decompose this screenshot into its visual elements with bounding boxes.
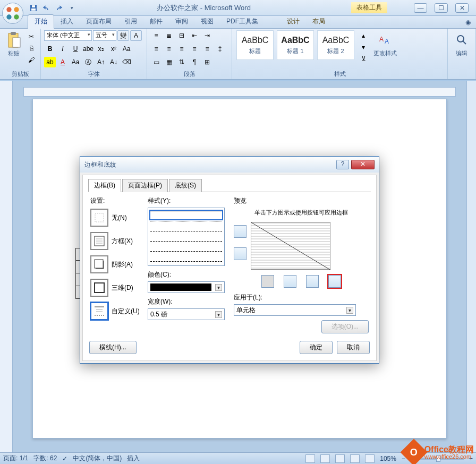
view-print-layout-icon[interactable] <box>305 454 315 463</box>
styles-up-icon[interactable]: ▴ <box>358 30 369 41</box>
tab-shading[interactable]: 底纹(S) <box>169 179 202 192</box>
superscript-icon[interactable]: x² <box>108 44 120 54</box>
width-combo[interactable]: 0.5 磅 <box>148 308 225 320</box>
font-name-select[interactable]: 宋体 (中文正 <box>44 30 92 41</box>
strike-icon[interactable]: abe <box>82 44 94 54</box>
shading-icon[interactable]: ▭ <box>150 57 162 67</box>
phonetic-icon[interactable]: 變 <box>117 30 129 41</box>
tab-home[interactable]: 开始 <box>28 14 54 29</box>
styles-expand-icon[interactable]: ⊻ <box>358 54 369 64</box>
view-outline-icon[interactable] <box>350 454 360 463</box>
dialog-help-button[interactable]: ? <box>336 160 349 169</box>
view-draft-icon[interactable] <box>365 454 375 463</box>
color-combo[interactable] <box>148 281 225 293</box>
align-center-icon[interactable]: ≡ <box>163 44 175 54</box>
style-heading2[interactable]: AaBbC 标题 2 <box>317 30 354 60</box>
close-button[interactable]: ✕ <box>455 3 469 13</box>
font-color-icon[interactable]: A <box>57 57 69 67</box>
tab-insert[interactable]: 插入 <box>54 15 80 28</box>
dialog-title-bar[interactable]: 边框和底纹 ? ✕ <box>80 157 379 173</box>
maximize-button[interactable]: ☐ <box>435 3 448 13</box>
status-language[interactable]: 中文(简体，中国) <box>73 454 122 463</box>
copy-icon[interactable]: ⎘ <box>26 43 37 54</box>
horizontal-line-button[interactable]: 横线(H)... <box>89 341 137 354</box>
undo-icon[interactable] <box>40 2 52 14</box>
setting-custom[interactable]: 自定义(U) <box>90 302 141 320</box>
justify-icon[interactable]: ≡ <box>189 44 200 54</box>
highlight-icon[interactable]: ab <box>44 57 56 67</box>
dec-indent-icon[interactable]: ⇤ <box>189 30 200 41</box>
format-painter-icon[interactable]: 🖌 <box>26 55 37 65</box>
change-case-icon[interactable]: Aa <box>121 44 132 54</box>
enclose-icon[interactable]: Ⓐ <box>82 57 94 67</box>
inc-indent-icon[interactable]: ⇥ <box>201 30 213 41</box>
status-words[interactable]: 字数: 62 <box>33 454 57 463</box>
border-left-button[interactable] <box>284 275 296 288</box>
vertical-scrollbar[interactable] <box>466 81 476 452</box>
font-size-select[interactable]: 五号 <box>93 30 116 41</box>
ok-button[interactable]: 确定 <box>300 341 333 354</box>
line-style-solid[interactable] <box>150 211 222 219</box>
setting-none[interactable]: 无(N) <box>90 209 141 227</box>
horizontal-ruler[interactable] <box>23 87 456 97</box>
view-web-icon[interactable] <box>335 454 345 463</box>
preview-box[interactable] <box>251 222 330 270</box>
tab-references[interactable]: 引用 <box>118 15 143 28</box>
cancel-button[interactable]: 取消 <box>337 341 370 354</box>
view-full-screen-icon[interactable] <box>320 454 330 463</box>
dialog-close-button[interactable]: ✕ <box>351 160 375 169</box>
sort-icon[interactable]: ⇅ <box>176 57 188 67</box>
border-diag-down-button[interactable] <box>261 275 274 288</box>
tab-view[interactable]: 视图 <box>194 15 220 28</box>
setting-shadow[interactable]: 阴影(A) <box>90 255 141 273</box>
char-border-icon[interactable]: A <box>130 30 142 41</box>
snap-icon[interactable]: ⊞ <box>201 57 213 67</box>
setting-box[interactable]: 方框(X) <box>90 232 141 250</box>
redo-icon[interactable] <box>53 2 65 14</box>
subscript-icon[interactable]: x₂ <box>95 44 107 54</box>
spell-check-icon[interactable]: ✓ <box>62 455 67 462</box>
tab-table-layout[interactable]: 布局 <box>306 15 332 28</box>
clear-format-icon[interactable]: ⌫ <box>121 57 132 67</box>
office-button[interactable] <box>2 3 23 24</box>
line-style-dotted[interactable] <box>150 221 222 229</box>
line-style-dash2[interactable] <box>150 241 222 250</box>
multilevel-icon[interactable]: ⊟ <box>176 30 188 41</box>
line-style-list[interactable] <box>148 208 225 266</box>
grow-font-icon[interactable]: A↑ <box>95 57 107 67</box>
change-styles-button[interactable]: AA 更改样式 <box>371 30 399 58</box>
paste-button[interactable]: 粘贴 <box>3 30 24 58</box>
tab-pdf[interactable]: PDF工具集 <box>220 15 265 28</box>
line-spacing-icon[interactable]: ‡ <box>214 44 226 54</box>
borders-icon[interactable]: ▦ <box>163 57 175 67</box>
align-right-icon[interactable]: ≡ <box>176 44 188 54</box>
tab-page-layout[interactable]: 页面布局 <box>80 15 118 28</box>
zoom-level[interactable]: 105% <box>380 455 396 462</box>
save-icon[interactable] <box>28 2 39 14</box>
shrink-font-icon[interactable]: A↓ <box>108 57 120 67</box>
border-top-button[interactable] <box>234 225 246 238</box>
setting-3d[interactable]: 三维(D) <box>90 279 141 297</box>
bullets-icon[interactable]: ≡ <box>150 30 162 41</box>
numbering-icon[interactable]: ≣ <box>163 30 175 41</box>
qat-customize-icon[interactable]: ▾ <box>66 2 78 14</box>
status-page[interactable]: 页面: 1/1 <box>3 454 28 463</box>
align-left-icon[interactable]: ≡ <box>150 44 162 54</box>
line-style-dash4[interactable] <box>150 261 222 266</box>
help-icon[interactable]: ◉ <box>460 16 476 28</box>
tab-page-border[interactable]: 页面边框(P) <box>122 179 168 192</box>
tab-mailings[interactable]: 邮件 <box>143 15 169 28</box>
minimize-button[interactable]: — <box>414 3 427 13</box>
border-bottom-button[interactable] <box>234 247 246 260</box>
cut-icon[interactable]: ✂ <box>26 31 37 42</box>
tab-table-design[interactable]: 设计 <box>280 15 306 28</box>
line-style-dash3[interactable] <box>150 251 222 260</box>
border-right-button[interactable] <box>306 275 319 288</box>
status-insert-mode[interactable]: 插入 <box>127 454 140 463</box>
underline-icon[interactable]: U <box>70 44 81 54</box>
style-heading1[interactable]: AaBbC 标题 1 <box>277 30 314 60</box>
tab-border[interactable]: 边框(B) <box>88 179 121 192</box>
line-style-dash1[interactable] <box>150 231 222 239</box>
border-diag-up-button[interactable] <box>328 275 341 288</box>
char-shading-icon[interactable]: Aa <box>70 57 81 67</box>
